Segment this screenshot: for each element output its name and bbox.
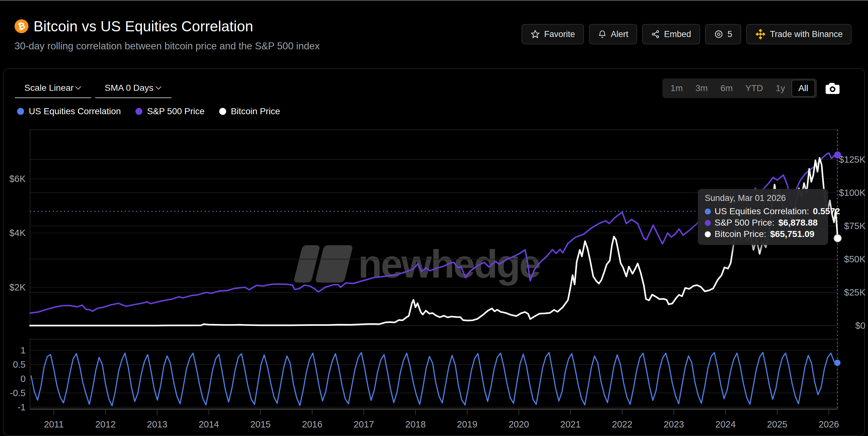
legend-dot-purple <box>135 108 142 115</box>
legend-item-sp500[interactable]: S&P 500 Price <box>135 106 205 117</box>
tooltip-correlation-value: 0.5572 <box>813 206 840 217</box>
bitcoin-icon: ₿ <box>14 19 28 33</box>
embed-button[interactable]: Embed <box>642 24 700 44</box>
sma-dropdown[interactable]: SMA 0 Days <box>95 79 172 98</box>
tooltip-bitcoin-value: $65,751.09 <box>770 228 814 240</box>
views-button[interactable]: 5 <box>705 24 741 44</box>
title-row: ₿ Bitcoin vs US Equities Correlation <box>14 18 319 35</box>
page-title: Bitcoin vs US Equities Correlation <box>34 18 253 35</box>
chevron-down-icon <box>75 86 82 90</box>
bell-icon <box>598 29 607 39</box>
blue-dot-icon <box>705 209 711 215</box>
favorite-button[interactable]: Favorite <box>522 24 584 44</box>
tooltip-date: Sunday, Mar 01 2026 <box>705 193 821 203</box>
camera-icon <box>825 82 840 95</box>
tooltip-row-sp500: S&P 500 Price: $6,878.88 <box>705 217 821 228</box>
screenshot-button[interactable] <box>825 82 840 95</box>
legend-dot-white <box>219 108 226 115</box>
purple-dot-icon <box>705 220 711 226</box>
range-selector: 1m 3m 6m YTD 1y All <box>662 79 817 98</box>
views-count: 5 <box>727 29 732 39</box>
tooltip-sp500-value: $6,878.88 <box>778 217 818 228</box>
sma-dropdown-label: SMA 0 Days <box>105 83 153 93</box>
legend-item-bitcoin[interactable]: Bitcoin Price <box>219 106 280 117</box>
embed-label: Embed <box>664 29 691 39</box>
favorite-label: Favorite <box>544 29 575 39</box>
page-subtitle: 30-day rolling correlation between bitco… <box>14 40 319 52</box>
chart-card: Scale Linear SMA 0 Days 1m 3m 6m YTD 1y … <box>3 68 865 436</box>
legend-label: US Equities Correlation <box>29 106 121 117</box>
page-header: ₿ Bitcoin vs US Equities Correlation 30-… <box>14 18 319 52</box>
range-1y[interactable]: 1y <box>769 79 792 98</box>
range-ytd[interactable]: YTD <box>739 79 769 98</box>
header-actions: Favorite Alert Embed 5 Trade with <box>522 24 851 44</box>
legend-label: Bitcoin Price <box>231 106 280 117</box>
legend-dot-blue <box>17 108 24 115</box>
range-6m[interactable]: 6m <box>714 79 739 98</box>
alert-button[interactable]: Alert <box>589 24 638 44</box>
chart-tooltip: Sunday, Mar 01 2026 US Equities Correlat… <box>698 189 828 245</box>
range-all[interactable]: All <box>792 80 815 97</box>
legend-item-correlation[interactable]: US Equities Correlation <box>17 106 121 117</box>
alert-label: Alert <box>611 29 628 39</box>
range-3m[interactable]: 3m <box>689 79 714 98</box>
window-top-divider <box>0 0 868 1</box>
tooltip-row-correlation: US Equities Correlation: 0.5572 <box>705 206 821 217</box>
trade-label: Trade with Binance <box>770 29 843 39</box>
binance-icon <box>755 29 766 39</box>
scale-dropdown-label: Scale Linear <box>24 83 74 93</box>
legend-label: S&P 500 Price <box>147 106 205 117</box>
range-1m[interactable]: 1m <box>664 79 689 98</box>
white-dot-icon <box>705 231 711 237</box>
chart-legend: US Equities Correlation S&P 500 Price Bi… <box>17 106 280 117</box>
range-toolbar: 1m 3m 6m YTD 1y All <box>662 79 840 98</box>
scale-dropdown[interactable]: Scale Linear <box>15 79 91 98</box>
trade-with-binance-button[interactable]: Trade with Binance <box>746 24 851 44</box>
share-icon <box>651 30 660 39</box>
eye-icon <box>714 29 723 39</box>
chevron-down-icon <box>155 86 162 90</box>
tooltip-row-bitcoin: Bitcoin Price: $65,751.09 <box>705 228 821 240</box>
star-icon <box>530 29 540 39</box>
